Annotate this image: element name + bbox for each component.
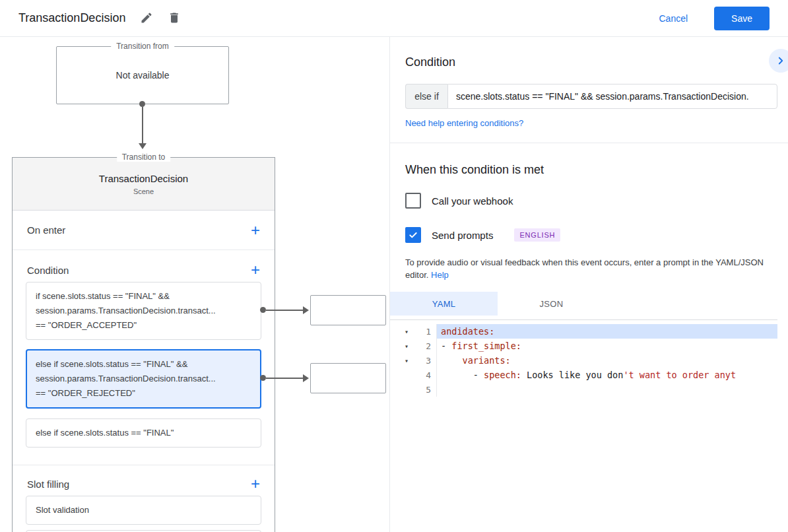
yaml-token: Looks like you don xyxy=(521,370,623,380)
line-number: 3 xyxy=(412,356,436,366)
transition-from-box[interactable]: Transition from Not available xyxy=(56,46,229,104)
fold-toggle-icon[interactable]: ▾ xyxy=(390,343,412,350)
slot-filling-section: Slot filling + Slot validation xyxy=(13,465,275,532)
add-slot-button[interactable]: + xyxy=(251,477,260,490)
code-line[interactable]: 4 - speech: Looks like you don't want to… xyxy=(390,368,777,382)
prompt-description-text: To provide audio or visual feedback when… xyxy=(405,257,764,280)
top-bar: TransactionDecision Cancel Save xyxy=(0,0,788,37)
transition-from-label: Transition from xyxy=(111,42,174,51)
condition-line: else if scene.slots.status == "FINAL" xyxy=(36,426,251,440)
yaml-token: 't want to order anyt xyxy=(623,370,736,380)
editor-gutter: ▾ 3 xyxy=(390,353,437,368)
on-enter-row: On enter + xyxy=(13,211,275,250)
condition-line: == "ORDER_REJECTED" xyxy=(36,386,251,401)
on-enter-label: On enter xyxy=(27,224,65,236)
condition-expression-input[interactable] xyxy=(447,84,777,109)
when-met-heading: When this condition is met xyxy=(405,163,777,177)
tab-yaml[interactable]: YAML xyxy=(390,292,498,316)
line-number: 2 xyxy=(412,341,436,351)
condition-card-final[interactable]: else if scene.slots.status == "FINAL" xyxy=(26,418,261,448)
code-line[interactable]: ▾ 2 - first_simple: xyxy=(390,339,777,353)
edit-title-button[interactable] xyxy=(140,11,153,26)
condition-card-accepted[interactable]: if scene.slots.status == "FINAL" && sess… xyxy=(26,282,261,340)
checkmark-icon xyxy=(408,230,418,240)
editor-gutter: ▾ 2 xyxy=(390,339,437,353)
flow-line-horizontal xyxy=(266,310,304,311)
prompt-description: To provide audio or visual feedback when… xyxy=(405,256,772,281)
slot-validation-card[interactable]: Slot validation xyxy=(26,496,261,525)
yaml-token: speech: xyxy=(484,370,521,380)
fold-toggle-icon[interactable]: ▾ xyxy=(390,357,412,364)
editor-gutter: 5 xyxy=(390,382,437,397)
slot-filling-head: Slot filling + xyxy=(13,465,275,496)
transition-to-label: Transition to xyxy=(117,152,171,162)
transition-target-box-2[interactable] xyxy=(310,363,386,393)
condition-section: Condition + if scene.slots.status == "FI… xyxy=(13,250,275,465)
condition-heading: Condition xyxy=(405,55,777,69)
cancel-button[interactable]: Cancel xyxy=(655,13,692,24)
webhook-checkbox[interactable] xyxy=(405,193,421,209)
flow-dot xyxy=(139,101,145,107)
add-condition-button[interactable]: + xyxy=(251,263,260,277)
panel-divider xyxy=(390,143,788,143)
arrow-down-icon xyxy=(139,143,147,149)
transition-target-box-1[interactable] xyxy=(310,295,386,325)
scene-subtitle: Scene xyxy=(133,187,154,195)
condition-line: session.params.TransactionDecision.trans… xyxy=(36,304,251,318)
condition-line: else if scene.slots.status == "FINAL" && xyxy=(36,357,251,372)
add-on-enter-button[interactable]: + xyxy=(251,224,260,237)
code-line[interactable]: 5 xyxy=(390,382,777,397)
condition-editor-panel: Condition else if Need help entering con… xyxy=(389,37,788,532)
send-prompts-label: Send prompts xyxy=(432,230,493,241)
condition-line: if scene.slots.status == "FINAL" && xyxy=(36,289,251,304)
top-bar-left: TransactionDecision xyxy=(18,11,181,26)
code-text: - speech: Looks like you don't want to o… xyxy=(437,368,777,382)
condition-cards: if scene.slots.status == "FINAL" && sess… xyxy=(13,282,275,448)
send-prompts-checkbox[interactable] xyxy=(405,227,421,243)
chevron-right-icon xyxy=(775,55,787,67)
trash-icon xyxy=(168,11,181,24)
scene-title: TransactionDecision xyxy=(99,173,188,184)
save-button[interactable]: Save xyxy=(714,7,770,30)
line-number: 1 xyxy=(412,327,436,337)
code-text: variants: xyxy=(437,353,777,368)
scene-node: Transition to TransactionDecision Scene … xyxy=(12,157,275,532)
line-number: 4 xyxy=(412,370,436,380)
arrow-right-icon xyxy=(303,306,309,314)
condition-operator-label: else if xyxy=(405,84,447,109)
flow-dot xyxy=(260,307,266,313)
condition-help-link[interactable]: Need help entering conditions? xyxy=(405,118,523,128)
tab-json[interactable]: JSON xyxy=(498,292,605,316)
slot-filling-label: Slot filling xyxy=(27,479,69,490)
yaml-code-editor[interactable]: ▾ 1 andidates: ▾ 2 - first_simple: ▾ 3 xyxy=(390,319,777,519)
slot-card-label: Slot validation xyxy=(36,505,89,515)
fold-toggle-icon[interactable]: ▾ xyxy=(390,328,412,335)
scene-header[interactable]: TransactionDecision Scene xyxy=(13,158,275,211)
send-prompts-row: Send prompts ENGLISH xyxy=(405,227,777,243)
page-title: TransactionDecision xyxy=(18,11,125,25)
yaml-token: - xyxy=(441,341,451,351)
flow-line-vertical xyxy=(142,107,143,144)
transition-from-value: Not available xyxy=(116,70,170,81)
flow-line-horizontal xyxy=(266,378,304,379)
collapse-panel-button[interactable] xyxy=(769,49,788,73)
condition-section-head: Condition + xyxy=(13,250,275,282)
delete-scene-button[interactable] xyxy=(168,11,181,26)
condition-line: session.params.TransactionDecision.trans… xyxy=(36,372,251,386)
code-line[interactable]: ▾ 1 andidates: xyxy=(390,324,777,339)
arrow-right-icon xyxy=(303,374,309,382)
yaml-token: - xyxy=(441,370,484,380)
language-badge: ENGLISH xyxy=(514,228,560,242)
yaml-token: first_simple: xyxy=(451,341,521,351)
prompt-help-link[interactable]: Help xyxy=(431,270,449,280)
code-text: andidates: xyxy=(437,324,777,339)
condition-card-rejected-selected[interactable]: else if scene.slots.status == "FINAL" &&… xyxy=(26,349,261,409)
code-line[interactable]: ▾ 3 variants: xyxy=(390,353,777,368)
condition-input-row: else if xyxy=(405,84,777,109)
content: Transition from Not available Transition… xyxy=(0,37,788,532)
yaml-token xyxy=(441,355,463,366)
yaml-token: variants: xyxy=(463,355,511,366)
code-text: - first_simple: xyxy=(437,339,777,353)
line-number: 5 xyxy=(412,385,436,395)
editor-gutter: ▾ 1 xyxy=(390,324,437,339)
